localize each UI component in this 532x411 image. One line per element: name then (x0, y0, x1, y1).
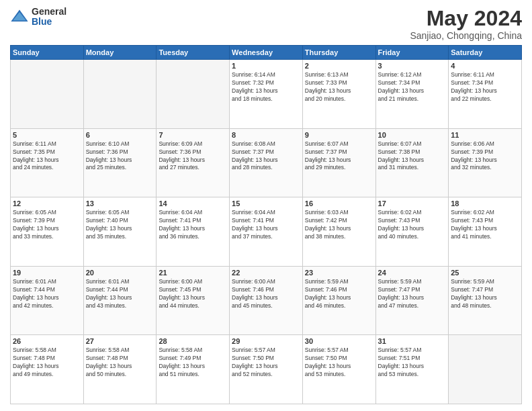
day-number: 15 (232, 199, 300, 208)
day-number: 2 (305, 62, 373, 70)
day-info: Sunrise: 6:05 AM Sunset: 7:39 PM Dayligh… (13, 209, 81, 241)
day-info: Sunrise: 5:57 AM Sunset: 7:50 PM Dayligh… (305, 347, 373, 379)
day-info: Sunrise: 6:08 AM Sunset: 7:37 PM Dayligh… (232, 140, 300, 173)
day-info: Sunrise: 6:07 AM Sunset: 7:37 PM Dayligh… (305, 140, 373, 173)
table-row: 21Sunrise: 6:00 AM Sunset: 7:45 PM Dayli… (157, 266, 230, 335)
table-row (157, 60, 230, 129)
table-row: 4Sunrise: 6:11 AM Sunset: 7:34 PM Daylig… (449, 60, 522, 129)
day-number: 18 (451, 199, 519, 208)
title-block: May 2024 Sanjiao, Chongqing, China (410, 7, 522, 41)
day-number: 31 (378, 337, 447, 345)
day-number: 28 (159, 337, 227, 345)
table-row: 26Sunrise: 5:58 AM Sunset: 7:48 PM Dayli… (11, 335, 84, 404)
table-row: 19Sunrise: 6:01 AM Sunset: 7:44 PM Dayli… (11, 266, 84, 335)
logo-text: General Blue (32, 7, 66, 28)
day-number: 4 (451, 62, 519, 70)
day-info: Sunrise: 6:01 AM Sunset: 7:44 PM Dayligh… (86, 278, 154, 310)
table-row: 30Sunrise: 5:57 AM Sunset: 7:50 PM Dayli… (302, 335, 375, 404)
table-row: 12Sunrise: 6:05 AM Sunset: 7:39 PM Dayli… (11, 197, 84, 267)
day-number: 3 (378, 62, 447, 70)
day-number: 10 (378, 131, 447, 139)
table-row: 16Sunrise: 6:03 AM Sunset: 7:42 PM Dayli… (302, 197, 375, 267)
day-number: 23 (305, 269, 373, 277)
logo-icon (10, 7, 29, 26)
day-number: 12 (13, 199, 81, 208)
day-number: 14 (159, 199, 227, 208)
day-number: 13 (86, 199, 154, 208)
table-row: 2Sunrise: 6:13 AM Sunset: 7:33 PM Daylig… (302, 60, 375, 129)
header-wednesday: Wednesday (230, 46, 303, 60)
table-row: 17Sunrise: 6:02 AM Sunset: 7:43 PM Dayli… (375, 197, 449, 267)
day-number: 5 (13, 131, 81, 139)
table-row: 10Sunrise: 6:07 AM Sunset: 7:38 PM Dayli… (375, 128, 449, 197)
day-number: 1 (232, 62, 300, 70)
day-number: 30 (305, 337, 373, 345)
table-row: 5Sunrise: 6:11 AM Sunset: 7:35 PM Daylig… (11, 128, 84, 197)
calendar-week-2: 12Sunrise: 6:05 AM Sunset: 7:39 PM Dayli… (11, 197, 522, 267)
day-number: 22 (232, 269, 300, 277)
day-info: Sunrise: 6:11 AM Sunset: 7:34 PM Dayligh… (451, 71, 519, 103)
calendar-week-1: 5Sunrise: 6:11 AM Sunset: 7:35 PM Daylig… (11, 128, 522, 197)
day-number: 6 (86, 131, 154, 139)
table-row: 22Sunrise: 6:00 AM Sunset: 7:46 PM Dayli… (230, 266, 303, 335)
calendar-week-3: 19Sunrise: 6:01 AM Sunset: 7:44 PM Dayli… (11, 266, 522, 335)
header-thursday: Thursday (302, 46, 375, 60)
table-row: 13Sunrise: 6:05 AM Sunset: 7:40 PM Dayli… (83, 197, 157, 267)
table-row: 14Sunrise: 6:04 AM Sunset: 7:41 PM Dayli… (157, 197, 230, 267)
day-info: Sunrise: 6:03 AM Sunset: 7:42 PM Dayligh… (305, 209, 373, 241)
header-friday: Friday (375, 46, 449, 60)
table-row: 25Sunrise: 5:59 AM Sunset: 7:47 PM Dayli… (449, 266, 522, 335)
table-row (449, 335, 522, 404)
table-row: 18Sunrise: 6:02 AM Sunset: 7:43 PM Dayli… (449, 197, 522, 267)
logo-blue-text: Blue (32, 17, 66, 27)
day-info: Sunrise: 6:10 AM Sunset: 7:36 PM Dayligh… (86, 140, 154, 173)
table-row: 20Sunrise: 6:01 AM Sunset: 7:44 PM Dayli… (83, 266, 157, 335)
header-monday: Monday (83, 46, 157, 60)
day-info: Sunrise: 6:02 AM Sunset: 7:43 PM Dayligh… (451, 209, 519, 241)
logo-general-text: General (32, 7, 66, 17)
table-row: 23Sunrise: 5:59 AM Sunset: 7:46 PM Dayli… (302, 266, 375, 335)
day-number: 8 (232, 131, 300, 139)
header-saturday: Saturday (449, 46, 522, 60)
day-info: Sunrise: 6:09 AM Sunset: 7:36 PM Dayligh… (159, 140, 227, 173)
table-row: 9Sunrise: 6:07 AM Sunset: 7:37 PM Daylig… (302, 128, 375, 197)
table-row: 11Sunrise: 6:06 AM Sunset: 7:39 PM Dayli… (449, 128, 522, 197)
table-row: 8Sunrise: 6:08 AM Sunset: 7:37 PM Daylig… (230, 128, 303, 197)
table-row: 29Sunrise: 5:57 AM Sunset: 7:50 PM Dayli… (230, 335, 303, 404)
title-month: May 2024 (410, 7, 522, 30)
day-info: Sunrise: 5:58 AM Sunset: 7:49 PM Dayligh… (159, 347, 227, 379)
day-info: Sunrise: 6:13 AM Sunset: 7:33 PM Dayligh… (305, 71, 373, 103)
day-info: Sunrise: 6:04 AM Sunset: 7:41 PM Dayligh… (232, 209, 300, 241)
title-location: Sanjiao, Chongqing, China (410, 30, 522, 41)
table-row: 6Sunrise: 6:10 AM Sunset: 7:36 PM Daylig… (83, 128, 157, 197)
page: General Blue May 2024 Sanjiao, Chongqing… (0, 0, 532, 411)
day-number: 25 (451, 269, 519, 277)
day-number: 29 (232, 337, 300, 345)
table-row: 27Sunrise: 5:58 AM Sunset: 7:48 PM Dayli… (83, 335, 157, 404)
table-row: 15Sunrise: 6:04 AM Sunset: 7:41 PM Dayli… (230, 197, 303, 267)
day-info: Sunrise: 5:59 AM Sunset: 7:47 PM Dayligh… (378, 278, 447, 310)
table-row: 24Sunrise: 5:59 AM Sunset: 7:47 PM Dayli… (375, 266, 449, 335)
table-row: 7Sunrise: 6:09 AM Sunset: 7:36 PM Daylig… (157, 128, 230, 197)
day-info: Sunrise: 6:01 AM Sunset: 7:44 PM Dayligh… (13, 278, 81, 310)
day-info: Sunrise: 6:00 AM Sunset: 7:46 PM Dayligh… (232, 278, 300, 310)
day-number: 24 (378, 269, 447, 277)
day-info: Sunrise: 5:57 AM Sunset: 7:50 PM Dayligh… (232, 347, 300, 379)
day-info: Sunrise: 5:58 AM Sunset: 7:48 PM Dayligh… (86, 347, 154, 379)
day-info: Sunrise: 6:05 AM Sunset: 7:40 PM Dayligh… (86, 209, 154, 241)
day-number: 26 (13, 337, 81, 345)
header-sunday: Sunday (11, 46, 84, 60)
day-info: Sunrise: 5:59 AM Sunset: 7:47 PM Dayligh… (451, 278, 519, 310)
day-number: 21 (159, 269, 227, 277)
day-info: Sunrise: 5:57 AM Sunset: 7:51 PM Dayligh… (378, 347, 447, 379)
day-info: Sunrise: 6:00 AM Sunset: 7:45 PM Dayligh… (159, 278, 227, 310)
day-info: Sunrise: 6:04 AM Sunset: 7:41 PM Dayligh… (159, 209, 227, 241)
table-row: 31Sunrise: 5:57 AM Sunset: 7:51 PM Dayli… (375, 335, 449, 404)
header-tuesday: Tuesday (157, 46, 230, 60)
day-number: 9 (305, 131, 373, 139)
table-row: 3Sunrise: 6:12 AM Sunset: 7:34 PM Daylig… (375, 60, 449, 129)
day-info: Sunrise: 6:11 AM Sunset: 7:35 PM Dayligh… (13, 140, 81, 173)
day-info: Sunrise: 5:59 AM Sunset: 7:46 PM Dayligh… (305, 278, 373, 310)
day-number: 17 (378, 199, 447, 208)
day-info: Sunrise: 6:02 AM Sunset: 7:43 PM Dayligh… (378, 209, 447, 241)
